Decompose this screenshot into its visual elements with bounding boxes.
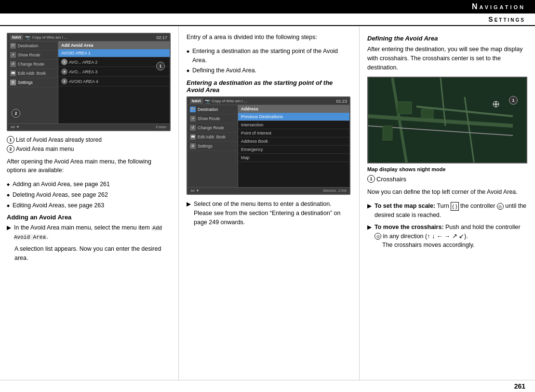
turn-symbol: { } bbox=[451, 202, 458, 211]
right-column: Defining the Avoid Area After entering t… bbox=[359, 26, 535, 391]
bullet-item-2: Deleting Avoid Areas, see page 262 bbox=[7, 190, 171, 200]
badge-icon-4: ■ bbox=[61, 78, 67, 84]
menu-item-code: Add Avoid Area bbox=[14, 225, 162, 240]
screen1-wrapper: NAVI 📷 Copy of Who am I ... 02:17 🏁 Dest… bbox=[7, 33, 171, 131]
s2-addrbook[interactable]: Address Book bbox=[238, 137, 349, 146]
screen2-body: 🏁 Destination ↗ Show Route ↺ Change Rout… bbox=[187, 105, 349, 187]
settings-icon: ⚙ bbox=[10, 80, 16, 85]
screen1-menu-editaddr[interactable]: 📖 Edit Addr. Book bbox=[8, 69, 58, 78]
map-annotation-badge: 1 bbox=[367, 175, 375, 183]
s2-dest-icon: 🏁 bbox=[190, 107, 196, 112]
mid-bullet-1: Entering a destination as the starting p… bbox=[187, 47, 351, 65]
arrow-item-right-2: ▶ To move the crosshairs: Push and hold … bbox=[367, 223, 527, 250]
s2-poi[interactable]: Point of Interest bbox=[238, 129, 349, 137]
arrow-icon-r1: ▶ bbox=[367, 202, 372, 210]
footer: 261 bbox=[0, 380, 535, 392]
screen2-navi: NAVI bbox=[190, 98, 203, 104]
screen1-topbar: NAVI 📷 Copy of Who am I ... 02:17 bbox=[8, 34, 170, 41]
svg-rect-9 bbox=[383, 126, 392, 140]
direction-symbols: ↑ ↓ ← → ↗ ↙ bbox=[427, 233, 464, 240]
map-annotation-1: 1 Crosshairs bbox=[367, 175, 527, 184]
mid-bullet-list: Entering a destination as the starting p… bbox=[187, 47, 351, 75]
screen2-copy: Copy of Who am I ... bbox=[212, 99, 247, 103]
s2-ea-icon: 📖 bbox=[190, 134, 196, 140]
mid-intro: Entry of a area is divided into the foll… bbox=[187, 33, 351, 42]
screen1-menu-settings[interactable]: ⚙ Settings bbox=[8, 78, 58, 87]
annotation-badge-1: 1 bbox=[7, 136, 14, 144]
mid-bullet-1-text: Entering a destination as the starting p… bbox=[192, 47, 351, 65]
arrow-icon-mid: ▶ bbox=[187, 200, 191, 208]
s2-sr-icon: ↗ bbox=[190, 116, 196, 122]
screen2-pgicon: 📷 bbox=[205, 99, 210, 104]
bullet-item-1: Adding an Avoid Area, see page 261 bbox=[7, 180, 171, 189]
screen2-bottom-left: All ▼ bbox=[190, 189, 200, 193]
now-text: Now you can define the top left corner o… bbox=[367, 188, 527, 197]
screen1-right-header: Add Avoid Area bbox=[58, 41, 170, 49]
s2-intersection[interactable]: Intersection bbox=[238, 121, 349, 129]
bullet-3-text: Editing Avoid Areas, see page 263 bbox=[13, 201, 104, 210]
screen1-navi: NAVI bbox=[10, 35, 23, 40]
adding-heading: Adding an Avoid Area bbox=[7, 214, 171, 221]
annotation-badge-2: 2 bbox=[7, 145, 14, 153]
screen1: NAVI 📷 Copy of Who am I ... 02:17 🏁 Dest… bbox=[7, 33, 171, 131]
screen2-time: 01:23 bbox=[336, 99, 347, 104]
map-roads-svg bbox=[368, 78, 526, 162]
mid-section-heading: Entering a destination as the starting p… bbox=[187, 79, 351, 94]
screen2-bottombar: All ▼ 580434, 1706 bbox=[187, 187, 349, 194]
bullet-list: Adding an Avoid Area, see page 261 Delet… bbox=[7, 180, 171, 210]
s2-emergency[interactable]: Emergency bbox=[238, 146, 349, 154]
screen2-showroute[interactable]: ↗ Show Route bbox=[187, 114, 238, 123]
arrow-text-1: In the Avoid Area main menu, select the … bbox=[14, 223, 171, 242]
screen1-copy: Copy of Who am I ... bbox=[32, 35, 67, 40]
screen1-avoid2[interactable]: 1 AVO... AREA 2 bbox=[58, 57, 170, 67]
page-number: 261 bbox=[514, 382, 525, 390]
screen2-right-menu: Address Previous Destinations Intersecti… bbox=[238, 105, 349, 187]
screen2-right-header: Address bbox=[238, 105, 349, 113]
badge-icon-1: 1 bbox=[61, 59, 67, 65]
screen2-left-menu: 🏁 Destination ↗ Show Route ↺ Change Rout… bbox=[187, 105, 238, 187]
screen1-avoid4[interactable]: ■ AVOID AREA 4 bbox=[58, 77, 170, 86]
arrow-item-left-2: A selection list appears. Now you can en… bbox=[7, 244, 171, 263]
arrow-icon-1: ▶ bbox=[7, 223, 11, 232]
left-column: NAVI 📷 Copy of Who am I ... 02:17 🏁 Dest… bbox=[0, 26, 178, 391]
mid-bullet-2-text: Defining the Avoid Area. bbox=[192, 66, 256, 75]
screen2-editaddr[interactable]: 📖 Edit Addr. Book bbox=[187, 133, 238, 142]
defining-heading: Defining the Avoid Area bbox=[367, 35, 527, 42]
s2-prev-dest[interactable]: Previous Destinations bbox=[238, 113, 349, 121]
s2-set-icon: ⚙ bbox=[190, 143, 196, 149]
bullet-item-3: Editing Avoid Areas, see page 263 bbox=[7, 201, 171, 210]
arrow-item-left-1: ▶ In the Avoid Area main menu, select th… bbox=[7, 223, 171, 242]
screen1-avoid3[interactable]: ■ AVO... AREA 3 bbox=[58, 67, 170, 77]
screen1-bottom-right: Folder bbox=[156, 125, 167, 129]
arrow-text-2: A selection list appears. Now you can en… bbox=[14, 244, 171, 263]
arrow-text-r2: To move the crosshairs: Push and hold th… bbox=[374, 223, 527, 250]
defining-text: After entering the destination, you will… bbox=[367, 45, 527, 72]
screen1-menu-changeroute[interactable]: ↺ Change Route bbox=[8, 60, 58, 69]
changeroute-icon: ↺ bbox=[10, 61, 16, 67]
nav-title: Navigation bbox=[462, 0, 535, 14]
screen2-destination[interactable]: 🏁 Destination bbox=[187, 105, 238, 114]
arrow-icon-r2: ▶ bbox=[367, 223, 372, 231]
crosshair-moves-text: The crosshairs moves accordingly. bbox=[374, 241, 475, 250]
screen1-menu-destination[interactable]: 🏁 Destination bbox=[8, 41, 58, 51]
screen2-changeroute[interactable]: ↺ Change Route bbox=[187, 123, 238, 133]
annotation-1: 1 List of Avoid Areas already stored bbox=[7, 136, 171, 144]
map-annotation-text: Crosshairs bbox=[376, 175, 406, 184]
mid-column: Entry of a area is divided into the foll… bbox=[178, 26, 359, 391]
overlay-badge-2: 2 bbox=[12, 109, 20, 118]
s2-cr-icon: ↺ bbox=[190, 125, 196, 131]
s2-map[interactable]: Map bbox=[238, 154, 349, 162]
screen2-settings[interactable]: ⚙ Settings bbox=[187, 142, 238, 151]
svg-rect-8 bbox=[421, 109, 433, 119]
screen1-avoid1[interactable]: AVOID AREA 1 bbox=[58, 49, 170, 57]
arrow-r1-bold: To set the map scale: bbox=[374, 203, 435, 209]
annotation-2: 2 Avoid Area main menu bbox=[7, 145, 171, 153]
showroute-icon: ↗ bbox=[10, 52, 16, 58]
screen2-bottom-right: 580434, 1706 bbox=[323, 189, 347, 193]
svg-rect-7 bbox=[397, 102, 412, 114]
bullet-1-text: Adding an Avoid Area, see page 261 bbox=[13, 180, 110, 189]
arrow-r2-bold: To move the crosshairs: bbox=[374, 224, 444, 230]
screen1-menu-showroute[interactable]: ↗ Show Route bbox=[8, 51, 58, 60]
header: Navigation Settings bbox=[0, 0, 535, 26]
destination-icon: 🏁 bbox=[10, 43, 16, 49]
